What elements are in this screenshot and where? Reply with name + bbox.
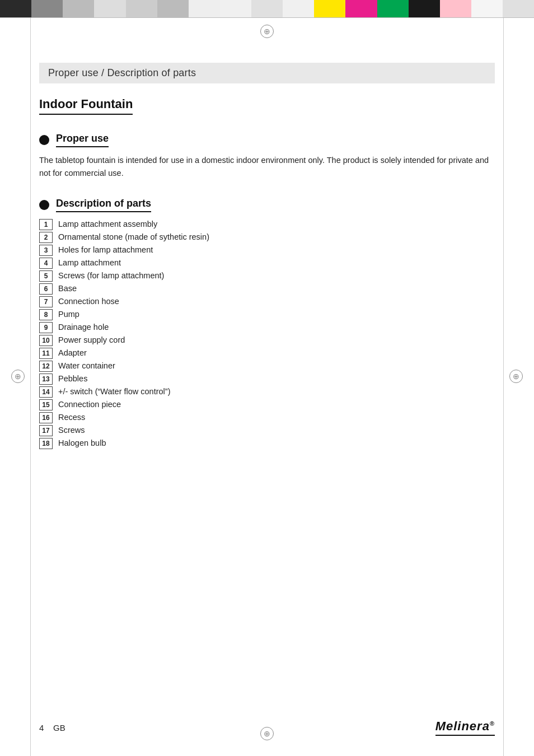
part-number: 17 (39, 425, 53, 436)
description-title: Description of parts (56, 198, 151, 212)
part-label: Halogen bulb (58, 438, 106, 447)
list-item: 18Halogen bulb (39, 438, 495, 449)
proper-use-body: The tabletop fountain is intended for us… (39, 154, 495, 180)
part-label: Lamp attachment (58, 258, 121, 267)
part-number: 3 (39, 245, 53, 256)
section-header-text: Proper use / Description of parts (48, 67, 196, 78)
reg-mark-top: ⊕ (260, 25, 274, 38)
list-item: 10Power supply cord (39, 335, 495, 346)
part-number: 18 (39, 438, 53, 449)
section-header-bar: Proper use / Description of parts (39, 63, 495, 83)
part-label: Screws (58, 426, 85, 435)
page-border-right (503, 18, 504, 756)
brand-name: Melinera® (435, 719, 495, 734)
part-label: Adapter (58, 348, 87, 357)
parts-list: 1Lamp attachment assembly2Ornamental sto… (39, 219, 495, 449)
brand-underline (435, 735, 495, 736)
list-item: 2Ornamental stone (made of sythetic resi… (39, 232, 495, 243)
reg-mark-left: ⊕ (11, 370, 25, 383)
list-item: 5Screws (for lamp attachment) (39, 270, 495, 282)
part-label: Screws (for lamp attachment) (58, 271, 164, 280)
part-number: 16 (39, 412, 53, 423)
part-number: 6 (39, 283, 53, 295)
list-item: 14+/- switch (“Water flow control”) (39, 386, 495, 398)
part-label: Pump (58, 310, 79, 319)
part-number: 10 (39, 335, 53, 346)
proper-use-heading: Proper use (39, 133, 495, 147)
list-item: 1Lamp attachment assembly (39, 219, 495, 230)
part-label: Drainage hole (58, 323, 109, 332)
part-label: Ornamental stone (made of sythetic resin… (58, 232, 209, 241)
description-of-parts-section: Description of parts 1Lamp attachment as… (39, 198, 495, 449)
brand-container: Melinera® (435, 719, 495, 736)
part-number: 5 (39, 270, 53, 282)
part-number: 8 (39, 309, 53, 320)
part-number: 4 (39, 258, 53, 269)
part-label: Lamp attachment assembly (58, 220, 157, 228)
list-item: 11Adapter (39, 348, 495, 359)
page-content: Proper use / Description of parts Indoor… (39, 18, 495, 449)
part-label: Recess (58, 413, 85, 422)
proper-use-title: Proper use (56, 133, 109, 147)
part-label: Power supply cord (58, 335, 125, 344)
part-label: Connection piece (58, 400, 121, 409)
page-title: Indoor Fountain (39, 97, 133, 115)
description-heading: Description of parts (39, 198, 495, 212)
list-item: 7Connection hose (39, 296, 495, 307)
footer-page-info: 4 GB (39, 723, 65, 732)
part-number: 7 (39, 296, 53, 307)
part-label: +/- switch (“Water flow control”) (58, 387, 170, 396)
list-item: 15Connection piece (39, 399, 495, 410)
list-item: 13Pebbles (39, 374, 495, 385)
footer: 4 GB Melinera® (39, 719, 495, 736)
part-label: Holes for lamp attachment (58, 245, 153, 254)
part-label: Connection hose (58, 297, 119, 306)
list-item: 6Base (39, 283, 495, 295)
list-item: 8Pump (39, 309, 495, 320)
part-number: 12 (39, 361, 53, 372)
bullet-icon-2 (39, 200, 49, 210)
part-number: 1 (39, 219, 53, 230)
reg-mark-right: ⊕ (509, 370, 523, 383)
list-item: 9Drainage hole (39, 322, 495, 333)
part-number: 2 (39, 232, 53, 243)
list-item: 16Recess (39, 412, 495, 423)
list-item: 17Screws (39, 425, 495, 436)
bullet-icon (39, 135, 49, 145)
list-item: 12Water container (39, 361, 495, 372)
part-number: 11 (39, 348, 53, 359)
page-border-left (30, 18, 31, 756)
part-number: 15 (39, 399, 53, 410)
list-item: 3Holes for lamp attachment (39, 245, 495, 256)
top-color-bar (0, 0, 534, 18)
proper-use-section: Proper use The tabletop fountain is inte… (39, 133, 495, 180)
part-number: 13 (39, 374, 53, 385)
list-item: 4Lamp attachment (39, 258, 495, 269)
part-number: 14 (39, 386, 53, 398)
language-code: GB (53, 723, 65, 732)
part-label: Pebbles (58, 374, 87, 383)
part-label: Water container (58, 361, 115, 370)
page-number: 4 (39, 723, 44, 732)
part-label: Base (58, 284, 77, 293)
part-number: 9 (39, 322, 53, 333)
